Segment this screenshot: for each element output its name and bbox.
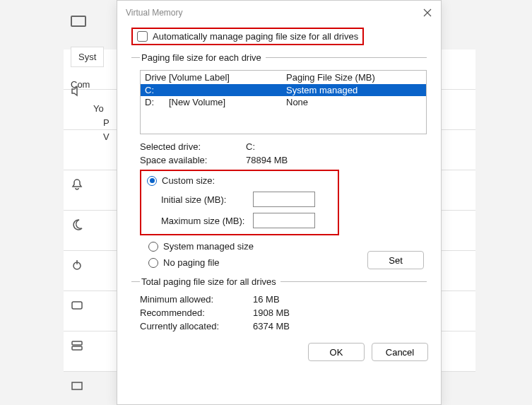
display-icon bbox=[71, 16, 86, 27]
space-available-label: Space available: bbox=[140, 155, 246, 165]
paging-per-drive-group: Paging file size for each drive Drive [V… bbox=[131, 52, 427, 269]
selected-drive-label: Selected drive: bbox=[140, 141, 246, 152]
auto-manage-highlight: Automatically manage paging file size fo… bbox=[131, 28, 364, 45]
maximum-size-input[interactable] bbox=[253, 213, 315, 228]
close-icon bbox=[423, 8, 432, 17]
moon-icon bbox=[71, 204, 83, 245]
col-size: Paging File Size (MB) bbox=[286, 72, 422, 83]
bg-left-icons bbox=[71, 71, 83, 405]
bg-p-label: P bbox=[103, 117, 110, 128]
titlebar: Virtual Memory bbox=[117, 1, 441, 25]
svg-rect-2 bbox=[72, 302, 82, 309]
virtual-memory-dialog: Virtual Memory Automatically manage pagi… bbox=[117, 0, 442, 405]
placeholder-icon bbox=[71, 365, 83, 405]
placeholder-icon bbox=[71, 285, 83, 325]
table-header: Drive [Volume Label] Paging File Size (M… bbox=[141, 71, 426, 84]
drive-table[interactable]: Drive [Volume Label] Paging File Size (M… bbox=[140, 70, 427, 134]
cell-size: System managed bbox=[286, 85, 422, 95]
power-icon bbox=[71, 245, 83, 285]
table-row[interactable]: C: System managed bbox=[141, 84, 426, 96]
total-paging-group: Total paging file size for all drives Mi… bbox=[131, 276, 427, 331]
no-paging-label: No paging file bbox=[163, 257, 220, 268]
min-allowed-label: Minimum allowed: bbox=[140, 294, 253, 305]
dialog-footer: OK Cancel bbox=[117, 337, 441, 367]
cell-volume bbox=[169, 85, 286, 95]
group-legend: Total paging file size for all drives bbox=[140, 276, 280, 287]
auto-manage-label: Automatically manage paging file size fo… bbox=[153, 31, 358, 42]
currently-label: Currently allocated: bbox=[140, 321, 253, 331]
system-managed-label: System managed size bbox=[163, 241, 254, 252]
svg-rect-3 bbox=[72, 341, 82, 345]
bg-v-label: V bbox=[103, 131, 110, 142]
auto-manage-checkbox[interactable] bbox=[137, 31, 148, 42]
initial-size-label: Initial size (MB): bbox=[161, 194, 253, 205]
bg-y-label: Yo bbox=[93, 103, 104, 114]
speaker-icon bbox=[71, 71, 83, 111]
cancel-button[interactable]: Cancel bbox=[372, 343, 428, 361]
cell-drive: D: bbox=[145, 97, 169, 107]
min-allowed-value: 16 MB bbox=[253, 294, 280, 305]
svg-rect-4 bbox=[72, 346, 82, 350]
bell-icon bbox=[71, 164, 83, 204]
bg-system-label: Syst bbox=[71, 47, 104, 67]
custom-size-highlight: Custom size: Initial size (MB): Maximum … bbox=[140, 170, 339, 235]
custom-size-radio[interactable] bbox=[147, 176, 157, 186]
group-legend: Paging file size for each drive bbox=[140, 52, 266, 63]
set-button[interactable]: Set bbox=[367, 251, 424, 269]
no-paging-radio[interactable] bbox=[148, 258, 158, 268]
close-button[interactable] bbox=[421, 6, 434, 19]
storage-icon bbox=[71, 325, 83, 365]
recommended-value: 1908 MB bbox=[253, 307, 290, 318]
cell-size: None bbox=[286, 97, 422, 107]
col-drive: Drive [Volume Label] bbox=[145, 72, 286, 83]
custom-size-label: Custom size: bbox=[162, 175, 215, 186]
cell-volume: [New Volume] bbox=[169, 97, 286, 107]
maximum-size-label: Maximum size (MB): bbox=[161, 216, 253, 226]
space-available-value: 78894 MB bbox=[246, 155, 288, 165]
selected-drive-value: C: bbox=[246, 141, 255, 152]
system-managed-radio[interactable] bbox=[148, 242, 158, 252]
ok-button[interactable]: OK bbox=[308, 343, 365, 361]
cell-drive: C: bbox=[145, 85, 169, 95]
recommended-label: Recommended: bbox=[140, 307, 253, 318]
table-row[interactable]: D: [New Volume] None bbox=[141, 96, 426, 108]
svg-rect-5 bbox=[72, 382, 82, 389]
currently-value: 6374 MB bbox=[253, 321, 290, 331]
dialog-title: Virtual Memory bbox=[126, 8, 182, 18]
initial-size-input[interactable] bbox=[253, 192, 315, 207]
